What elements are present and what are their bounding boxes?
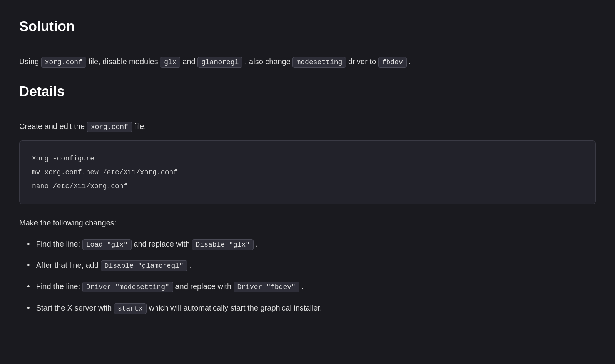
changes-list: Find the line: Load "glx" and replace wi… bbox=[19, 237, 596, 315]
load-glx-code: Load "glx" bbox=[82, 239, 132, 250]
modesetting-inline: modesetting bbox=[292, 57, 346, 68]
details-text-1: Create and edit the bbox=[19, 122, 87, 130]
solution-divider bbox=[19, 44, 596, 44]
changes-intro: Make the following changes: bbox=[19, 217, 596, 229]
li3-text-3: . bbox=[301, 282, 304, 291]
list-item-1-content: Find the line: Load "glx" and replace wi… bbox=[36, 237, 596, 251]
disable-glamoregl-code: Disable "glamoregl" bbox=[101, 260, 187, 271]
solution-title: Solution bbox=[19, 15, 596, 38]
glamoregl-inline: glamoregl bbox=[197, 57, 242, 68]
code-block: Xorg -configure mv xorg.conf.new /etc/X1… bbox=[19, 140, 596, 204]
solution-text-5: driver to bbox=[348, 57, 378, 66]
solution-text-2: file, disable modules bbox=[88, 57, 160, 66]
disable-glx-code: Disable "glx" bbox=[192, 239, 254, 250]
li3-text-2: and replace with bbox=[175, 282, 233, 291]
list-item-2: After that line, add Disable "glamoregl"… bbox=[23, 258, 596, 272]
list-item-4: Start the X server with startx which wil… bbox=[23, 301, 596, 315]
list-item-1: Find the line: Load "glx" and replace wi… bbox=[23, 237, 596, 251]
solution-text-1: Using bbox=[19, 57, 41, 66]
xorg-conf-inline-2: xorg.conf bbox=[87, 122, 132, 132]
li4-text-1: Start the X server with bbox=[36, 304, 114, 312]
list-item-3-content: Find the line: Driver "modesetting" and … bbox=[36, 280, 596, 293]
li4-text-2: which will automatically start the graph… bbox=[149, 304, 322, 312]
driver-modesetting-code: Driver "modesetting" bbox=[82, 282, 173, 292]
details-text-2: file: bbox=[134, 122, 146, 130]
list-item-3: Find the line: Driver "modesetting" and … bbox=[23, 279, 596, 293]
code-line-2: mv xorg.conf.new /etc/X11/xorg.conf bbox=[32, 165, 583, 179]
li2-text-2: . bbox=[189, 261, 192, 269]
solution-text-6: . bbox=[409, 57, 411, 66]
list-item-4-content: Start the X server with startx which wil… bbox=[36, 301, 596, 315]
li1-text-1: Find the line: bbox=[36, 240, 82, 248]
details-intro: Create and edit the xorg.conf file: bbox=[19, 120, 596, 133]
li1-text-2: and replace with bbox=[134, 240, 192, 248]
li2-text-1: After that line, add bbox=[36, 261, 101, 269]
list-item-2-content: After that line, add Disable "glamoregl"… bbox=[36, 259, 596, 272]
driver-fbdev-code: Driver "fbdev" bbox=[234, 282, 299, 292]
details-divider bbox=[19, 109, 596, 109]
startx-code: startx bbox=[114, 303, 147, 314]
solution-text-4: , also change bbox=[245, 57, 293, 66]
code-line-1: Xorg -configure bbox=[32, 152, 583, 165]
xorg-conf-inline-1: xorg.conf bbox=[41, 57, 86, 68]
solution-text-3: and bbox=[182, 57, 197, 66]
glx-inline: glx bbox=[160, 57, 180, 68]
fbdev-inline: fbdev bbox=[378, 57, 407, 68]
details-title: Details bbox=[19, 80, 596, 103]
code-line-3: nano /etc/X11/xorg.conf bbox=[32, 179, 583, 193]
solution-intro: Using xorg.conf file, disable modules gl… bbox=[19, 55, 596, 68]
li1-text-3: . bbox=[256, 240, 258, 248]
li3-text-1: Find the line: bbox=[36, 282, 82, 291]
